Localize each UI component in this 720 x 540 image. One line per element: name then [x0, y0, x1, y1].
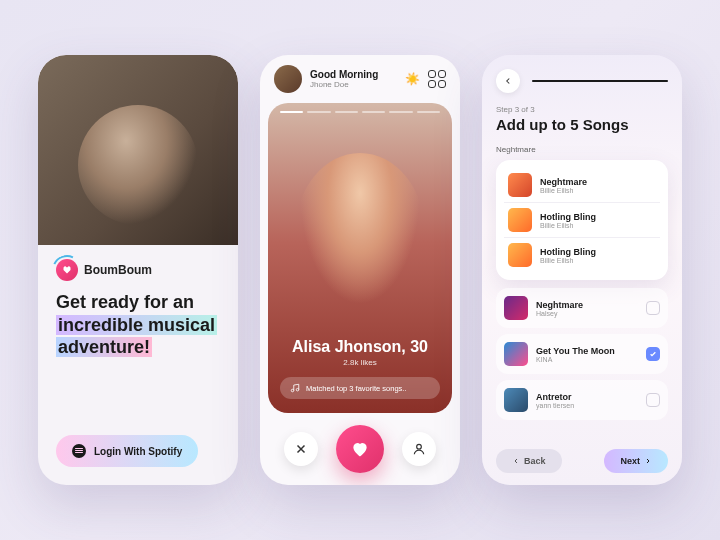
- song-title: Neghtmare: [540, 177, 656, 187]
- selection-row[interactable]: Antretor yann tiersen: [496, 380, 668, 420]
- selection-row[interactable]: Neghtmare Halsey: [496, 288, 668, 328]
- login-spotify-button[interactable]: Login With Spotify: [56, 435, 198, 467]
- menu-grid-icon[interactable]: [428, 70, 446, 88]
- album-cover: [508, 173, 532, 197]
- next-label: Next: [620, 456, 640, 466]
- music-note-icon: [290, 383, 300, 393]
- step-label: Step 3 of 3: [496, 105, 668, 114]
- brand-name: BoumBoum: [84, 263, 152, 277]
- headline-line1: Get ready for an: [56, 292, 194, 312]
- song-title: Hotling Bling: [540, 212, 656, 222]
- song-select-screen: Step 3 of 3 Add up to 5 Songs Neghtmare …: [482, 55, 682, 485]
- brand-logo-icon: [56, 259, 78, 281]
- svg-point-1: [296, 388, 299, 391]
- headline-line3: adventure!: [56, 337, 152, 357]
- headline-line2: incredible musical: [56, 315, 217, 335]
- header: Good Morning Jhone Doe ☀️: [260, 55, 460, 103]
- greeting-block: Good Morning Jhone Doe: [310, 69, 397, 89]
- song-title: Get You The Moon: [536, 346, 638, 356]
- back-button[interactable]: Back: [496, 449, 562, 473]
- action-row: [260, 413, 460, 485]
- album-cover: [504, 342, 528, 366]
- search-dropdown: Neghtmare Billie Eilish Hotling Bling Bi…: [496, 160, 668, 280]
- album-cover: [504, 388, 528, 412]
- song-artist: Halsey: [536, 310, 638, 317]
- song-artist: Billie Eilish: [540, 187, 656, 194]
- profile-screen: Good Morning Jhone Doe ☀️ Alisa Jhonson,…: [260, 55, 460, 485]
- chevron-right-icon: [644, 457, 652, 465]
- spotify-icon: [72, 444, 86, 458]
- top-bar: [496, 69, 668, 93]
- album-cover: [508, 243, 532, 267]
- like-button[interactable]: [336, 425, 384, 473]
- dropdown-item[interactable]: Hotling Bling Billie Eilish: [504, 203, 660, 238]
- match-text: Matched top 3 favorite songs..: [306, 384, 406, 393]
- dropdown-item[interactable]: Hotling Bling Billie Eilish: [504, 238, 660, 272]
- profile-likes: 2.8k likes: [280, 358, 440, 367]
- selection-checkbox[interactable]: [646, 301, 660, 315]
- arrow-left-icon: [503, 76, 513, 86]
- song-artist: yann tiersen: [536, 402, 638, 409]
- onboarding-screen: BoumBoum Get ready for an incredible mus…: [38, 55, 238, 485]
- chevron-left-icon: [512, 457, 520, 465]
- hero-image: [38, 55, 238, 245]
- selection-checkbox[interactable]: [646, 347, 660, 361]
- selection-row[interactable]: Get You The Moon KINA: [496, 334, 668, 374]
- match-pill[interactable]: Matched top 3 favorite songs..: [280, 377, 440, 399]
- page-title: Add up to 5 Songs: [496, 116, 668, 133]
- back-label: Back: [524, 456, 546, 466]
- song-title: Antretor: [536, 392, 638, 402]
- selection-checkbox[interactable]: [646, 393, 660, 407]
- song-title: Hotling Bling: [540, 247, 656, 257]
- song-artist: Billie Eilish: [540, 222, 656, 229]
- nav-row: Back Next: [496, 439, 668, 473]
- person-icon: [412, 442, 426, 456]
- dropdown-item[interactable]: Neghtmare Billie Eilish: [504, 168, 660, 203]
- profile-card[interactable]: Alisa Jhonson, 30 2.8k likes Matched top…: [268, 103, 452, 413]
- superlike-button[interactable]: [402, 432, 436, 466]
- story-progress: [280, 111, 440, 113]
- greeting-text: Good Morning: [310, 69, 397, 80]
- heart-icon: [350, 439, 370, 459]
- user-avatar[interactable]: [274, 65, 302, 93]
- song-artist: KINA: [536, 356, 638, 363]
- song-artist: Billie Eilish: [540, 257, 656, 264]
- album-cover: [504, 296, 528, 320]
- brand-row: BoumBoum: [56, 259, 220, 281]
- dismiss-button[interactable]: [284, 432, 318, 466]
- headline: Get ready for an incredible musical adve…: [56, 291, 220, 359]
- next-button[interactable]: Next: [604, 449, 668, 473]
- close-icon: [294, 442, 308, 456]
- username-text: Jhone Doe: [310, 80, 397, 89]
- back-icon-button[interactable]: [496, 69, 520, 93]
- profile-name: Alisa Jhonson, 30: [280, 338, 440, 356]
- progress-bar: [532, 80, 668, 82]
- sun-icon: ☀️: [405, 72, 420, 86]
- song-title: Neghtmare: [536, 300, 638, 310]
- login-spotify-label: Login With Spotify: [94, 446, 182, 457]
- svg-point-2: [417, 444, 422, 449]
- svg-point-0: [291, 389, 294, 392]
- album-cover: [508, 208, 532, 232]
- search-input[interactable]: Neghtmare: [496, 145, 668, 154]
